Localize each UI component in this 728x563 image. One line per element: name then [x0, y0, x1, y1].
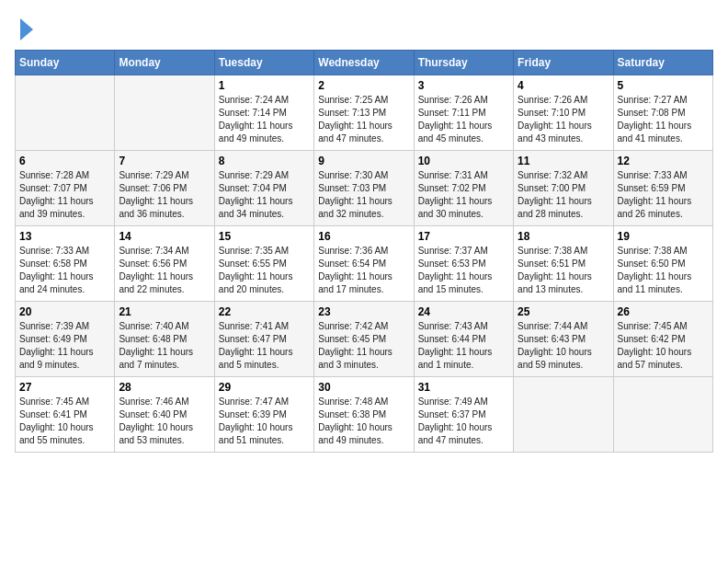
day-info: Sunrise: 7:46 AMSunset: 6:40 PMDaylight:…	[119, 396, 210, 447]
calendar-header-saturday: Saturday	[613, 51, 712, 75]
calendar-body: 1Sunrise: 7:24 AMSunset: 7:14 PMDaylight…	[16, 75, 713, 453]
calendar-header-friday: Friday	[514, 51, 613, 75]
calendar-table: SundayMondayTuesdayWednesdayThursdayFrid…	[15, 50, 713, 453]
calendar-cell: 17Sunrise: 7:37 AMSunset: 6:53 PMDayligh…	[414, 226, 513, 302]
day-number: 24	[418, 305, 509, 318]
calendar-cell: 16Sunrise: 7:36 AMSunset: 6:54 PMDayligh…	[314, 226, 414, 302]
day-number: 11	[518, 155, 609, 167]
calendar-cell: 23Sunrise: 7:42 AMSunset: 6:45 PMDayligh…	[314, 302, 414, 377]
day-number: 10	[418, 155, 509, 167]
day-number: 19	[618, 230, 709, 243]
day-info: Sunrise: 7:35 AMSunset: 6:55 PMDaylight:…	[219, 245, 310, 296]
calendar-week-row: 20Sunrise: 7:39 AMSunset: 6:49 PMDayligh…	[16, 302, 713, 377]
calendar-cell	[514, 377, 613, 453]
day-number: 28	[119, 381, 210, 394]
day-info: Sunrise: 7:37 AMSunset: 6:53 PMDaylight:…	[418, 245, 509, 296]
day-number: 12	[618, 155, 709, 167]
day-number: 7	[119, 155, 210, 167]
calendar-header-sunday: Sunday	[16, 51, 115, 75]
calendar-cell: 30Sunrise: 7:48 AMSunset: 6:38 PMDayligh…	[314, 377, 414, 453]
day-number: 13	[19, 230, 110, 243]
day-info: Sunrise: 7:47 AMSunset: 6:39 PMDaylight:…	[219, 396, 310, 447]
calendar-cell: 2Sunrise: 7:25 AMSunset: 7:13 PMDaylight…	[314, 75, 414, 151]
day-info: Sunrise: 7:33 AMSunset: 6:59 PMDaylight:…	[618, 169, 709, 221]
day-info: Sunrise: 7:38 AMSunset: 6:51 PMDaylight:…	[518, 245, 609, 296]
calendar-week-row: 1Sunrise: 7:24 AMSunset: 7:14 PMDaylight…	[16, 75, 713, 151]
day-info: Sunrise: 7:44 AMSunset: 6:43 PMDaylight:…	[518, 320, 609, 372]
day-info: Sunrise: 7:42 AMSunset: 6:45 PMDaylight:…	[318, 320, 409, 372]
calendar-cell: 20Sunrise: 7:39 AMSunset: 6:49 PMDayligh…	[16, 302, 115, 377]
day-number: 31	[418, 381, 509, 394]
day-number: 27	[19, 381, 110, 394]
calendar-cell: 27Sunrise: 7:45 AMSunset: 6:41 PMDayligh…	[16, 377, 115, 453]
calendar-cell	[115, 75, 214, 151]
day-info: Sunrise: 7:34 AMSunset: 6:56 PMDaylight:…	[119, 245, 210, 296]
calendar-cell: 7Sunrise: 7:29 AMSunset: 7:06 PMDaylight…	[115, 151, 214, 226]
day-info: Sunrise: 7:45 AMSunset: 6:41 PMDaylight:…	[19, 396, 110, 447]
day-number: 1	[219, 79, 310, 92]
calendar-cell: 14Sunrise: 7:34 AMSunset: 6:56 PMDayligh…	[115, 226, 214, 302]
logo-arrow-icon	[20, 18, 33, 40]
day-number: 23	[318, 305, 409, 318]
day-info: Sunrise: 7:29 AMSunset: 7:06 PMDaylight:…	[119, 169, 210, 221]
day-info: Sunrise: 7:43 AMSunset: 6:44 PMDaylight:…	[418, 320, 509, 372]
day-info: Sunrise: 7:38 AMSunset: 6:50 PMDaylight:…	[618, 245, 709, 296]
day-number: 9	[318, 155, 409, 167]
day-number: 26	[618, 305, 709, 318]
page-header	[15, 15, 713, 40]
day-number: 2	[318, 79, 409, 92]
day-number: 15	[219, 230, 310, 243]
day-info: Sunrise: 7:28 AMSunset: 7:07 PMDaylight:…	[19, 169, 110, 221]
calendar-cell: 26Sunrise: 7:45 AMSunset: 6:42 PMDayligh…	[613, 302, 712, 377]
day-number: 6	[19, 155, 110, 167]
calendar-cell: 24Sunrise: 7:43 AMSunset: 6:44 PMDayligh…	[414, 302, 513, 377]
day-info: Sunrise: 7:32 AMSunset: 7:00 PMDaylight:…	[518, 169, 609, 221]
day-info: Sunrise: 7:26 AMSunset: 7:11 PMDaylight:…	[418, 94, 509, 145]
day-info: Sunrise: 7:27 AMSunset: 7:08 PMDaylight:…	[618, 94, 709, 145]
day-info: Sunrise: 7:39 AMSunset: 6:49 PMDaylight:…	[19, 320, 110, 372]
day-info: Sunrise: 7:48 AMSunset: 6:38 PMDaylight:…	[318, 396, 409, 447]
day-info: Sunrise: 7:24 AMSunset: 7:14 PMDaylight:…	[219, 94, 310, 145]
day-number: 25	[518, 305, 609, 318]
calendar-header-tuesday: Tuesday	[214, 51, 313, 75]
calendar-cell: 18Sunrise: 7:38 AMSunset: 6:51 PMDayligh…	[514, 226, 613, 302]
calendar-header-monday: Monday	[115, 51, 214, 75]
day-info: Sunrise: 7:30 AMSunset: 7:03 PMDaylight:…	[318, 169, 409, 221]
calendar-cell: 22Sunrise: 7:41 AMSunset: 6:47 PMDayligh…	[214, 302, 313, 377]
day-number: 21	[119, 305, 210, 318]
day-number: 18	[518, 230, 609, 243]
day-info: Sunrise: 7:33 AMSunset: 6:58 PMDaylight:…	[19, 245, 110, 296]
day-info: Sunrise: 7:45 AMSunset: 6:42 PMDaylight:…	[618, 320, 709, 372]
calendar-cell: 4Sunrise: 7:26 AMSunset: 7:10 PMDaylight…	[514, 75, 613, 151]
calendar-cell: 31Sunrise: 7:49 AMSunset: 6:37 PMDayligh…	[414, 377, 513, 453]
calendar-cell	[16, 75, 115, 151]
day-number: 8	[219, 155, 310, 167]
day-info: Sunrise: 7:40 AMSunset: 6:48 PMDaylight:…	[119, 320, 210, 372]
calendar-header-row: SundayMondayTuesdayWednesdayThursdayFrid…	[16, 51, 713, 75]
calendar-cell: 11Sunrise: 7:32 AMSunset: 7:00 PMDayligh…	[514, 151, 613, 226]
calendar-cell: 6Sunrise: 7:28 AMSunset: 7:07 PMDaylight…	[16, 151, 115, 226]
logo	[15, 15, 33, 40]
day-info: Sunrise: 7:25 AMSunset: 7:13 PMDaylight:…	[318, 94, 409, 145]
day-number: 20	[19, 305, 110, 318]
calendar-cell: 29Sunrise: 7:47 AMSunset: 6:39 PMDayligh…	[214, 377, 313, 453]
calendar-cell: 1Sunrise: 7:24 AMSunset: 7:14 PMDaylight…	[214, 75, 313, 151]
calendar-week-row: 6Sunrise: 7:28 AMSunset: 7:07 PMDaylight…	[16, 151, 713, 226]
calendar-header-thursday: Thursday	[414, 51, 513, 75]
calendar-header-wednesday: Wednesday	[314, 51, 414, 75]
day-number: 16	[318, 230, 409, 243]
day-number: 22	[219, 305, 310, 318]
day-info: Sunrise: 7:41 AMSunset: 6:47 PMDaylight:…	[219, 320, 310, 372]
calendar-cell: 10Sunrise: 7:31 AMSunset: 7:02 PMDayligh…	[414, 151, 513, 226]
day-number: 29	[219, 381, 310, 394]
calendar-cell: 8Sunrise: 7:29 AMSunset: 7:04 PMDaylight…	[214, 151, 313, 226]
day-number: 30	[318, 381, 409, 394]
calendar-cell: 12Sunrise: 7:33 AMSunset: 6:59 PMDayligh…	[613, 151, 712, 226]
day-info: Sunrise: 7:49 AMSunset: 6:37 PMDaylight:…	[418, 396, 509, 447]
calendar-cell: 5Sunrise: 7:27 AMSunset: 7:08 PMDaylight…	[613, 75, 712, 151]
day-info: Sunrise: 7:26 AMSunset: 7:10 PMDaylight:…	[518, 94, 609, 145]
calendar-cell: 13Sunrise: 7:33 AMSunset: 6:58 PMDayligh…	[16, 226, 115, 302]
day-number: 4	[518, 79, 609, 92]
day-number: 14	[119, 230, 210, 243]
calendar-cell: 3Sunrise: 7:26 AMSunset: 7:11 PMDaylight…	[414, 75, 513, 151]
